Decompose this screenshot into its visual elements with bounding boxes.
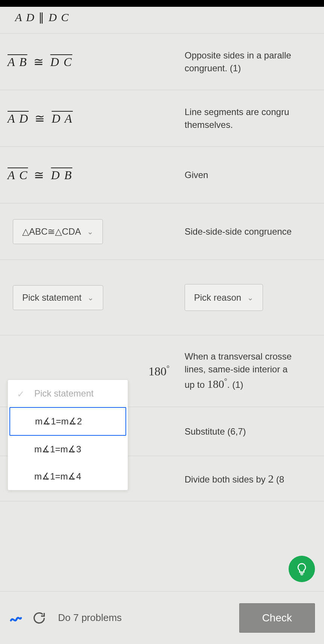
reason-1: Opposite sides in a paralle congruent. (…	[185, 49, 324, 74]
status-bar	[0, 0, 324, 7]
proof-row-5: Pick statement ⌄ Pick reason ⌄	[0, 260, 324, 335]
statement-3: A C ≅ D B	[8, 168, 72, 182]
dropdown-option-2[interactable]: m∡1=m∡3	[8, 436, 128, 463]
chevron-down-icon: ⌄	[87, 227, 93, 236]
statement-0: A D ∥ D C	[8, 11, 69, 23]
hint-button[interactable]	[289, 556, 315, 582]
statement-dropdown-menu: ✓ Pick statement m∡1=m∡2 m∡1=m∡3 m∡1=m∡4	[8, 380, 128, 490]
statement-4-value: △ABC≅△CDA	[22, 226, 81, 237]
check-icon: ✓	[17, 389, 24, 400]
chevron-down-icon: ⌄	[247, 292, 254, 303]
lightbulb-icon	[295, 563, 308, 575]
proof-row-2: A D ≅ D A Line segments are congru thems…	[0, 90, 324, 147]
reason-4: Side-side-side congruence	[185, 225, 324, 238]
statement-1: A B ≅ D C	[8, 55, 72, 69]
reason-2: Line segments are congru themselves.	[185, 106, 324, 131]
dropdown-header-label: Pick statement	[34, 388, 93, 398]
statement-5-value: Pick statement	[22, 292, 81, 303]
proof-row-3: A C ≅ D B Given	[0, 147, 324, 203]
reason-7: Substitute (6,7)	[185, 425, 324, 438]
chevron-down-icon: ⌄	[87, 293, 94, 302]
dropdown-option-3[interactable]: m∡1=m∡4	[8, 463, 128, 490]
do-problems-label: Do 7 problems	[58, 612, 122, 624]
reason-6: When a transversal crosse lines, same-si…	[185, 350, 324, 392]
statement-5-dropdown[interactable]: Pick statement ⌄	[13, 285, 103, 310]
reason-5-value: Pick reason	[194, 291, 241, 304]
squiggle-icon[interactable]	[9, 610, 24, 626]
reason-3: Given	[185, 169, 324, 181]
proof-row-4: △ABC≅△CDA ⌄ Side-side-side congruence	[0, 203, 324, 260]
bottom-bar: Do 7 problems Check	[0, 591, 324, 644]
statement-6-value: 180°180°	[148, 364, 170, 378]
proof-row-0: A D ∥ D C	[0, 7, 324, 34]
dropdown-header[interactable]: ✓ Pick statement	[8, 380, 128, 407]
statement-4-dropdown[interactable]: △ABC≅△CDA ⌄	[13, 219, 103, 244]
check-button[interactable]: Check	[239, 603, 315, 633]
dropdown-option-1[interactable]: m∡1=m∡2	[9, 407, 126, 436]
refresh-icon[interactable]	[32, 610, 47, 626]
reason-8: Divide both sides by 2 (8	[185, 471, 324, 487]
reason-5-dropdown[interactable]: Pick reason ⌄	[185, 284, 263, 311]
proof-row-1: A B ≅ D C Opposite sides in a paralle co…	[0, 34, 324, 90]
statement-2: A D ≅ D A	[8, 112, 73, 125]
